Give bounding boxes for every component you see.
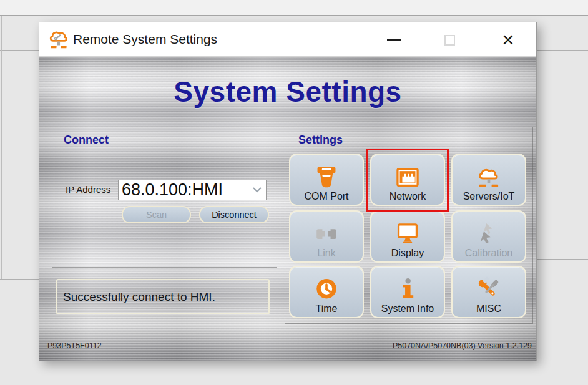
background-grid-line [0, 308, 39, 308]
misc-icon [476, 276, 502, 303]
tile-label: Display [391, 248, 424, 259]
background-top-strip [0, 0, 588, 16]
ip-address-label: IP Address [66, 184, 110, 195]
connection-status-box: Successfully connect to HMI. [56, 279, 270, 314]
dialog-body: System Settings Connect IP Address 68.0.… [39, 57, 536, 361]
tile-label: MISC [476, 303, 501, 314]
ip-address-value: 68.0.100:HMI [119, 180, 253, 200]
remote-system-settings-window: Remote System Settings ✕ System Settings… [39, 22, 537, 361]
screen: Remote System Settings ✕ System Settings… [0, 0, 588, 385]
tile-label: COM Port [304, 191, 348, 202]
tile-label: System Info [381, 303, 434, 314]
display-icon [394, 221, 421, 247]
status-bar: P93P5T5F0112 P5070NA/P5070NB(03) Version… [47, 341, 532, 350]
time-icon [313, 276, 340, 303]
scan-button: Scan [122, 206, 191, 223]
title-bar: Remote System Settings ✕ [39, 22, 536, 57]
tile-label: Link [317, 248, 335, 259]
tile-network[interactable]: Network [370, 154, 445, 206]
device-id: P93P5T5F0112 [47, 341, 102, 350]
tile-label: Calibration [465, 248, 512, 259]
tile-misc[interactable]: MISC [451, 266, 526, 318]
background-grid-line-vertical [1, 16, 2, 279]
minimize-button[interactable] [382, 28, 406, 52]
app-cloud-wrench-icon [47, 27, 71, 51]
minimize-icon [387, 39, 401, 41]
servers-iot-icon [476, 164, 502, 190]
close-button[interactable]: ✕ [496, 28, 520, 52]
connect-section-label: Connect [64, 134, 109, 147]
chevron-down-icon [253, 187, 262, 193]
connection-status-message: Successfully connect to HMI. [63, 290, 215, 304]
ip-address-combobox[interactable]: 68.0.100:HMI [118, 180, 267, 200]
tile-label: Servers/IoT [463, 191, 515, 202]
tile-link: Link [289, 210, 364, 263]
background-grid-line [537, 280, 588, 280]
system-info-icon [394, 276, 421, 303]
version-info: P5070NA/P5070NB(03) Version 1.2.129 [393, 341, 532, 350]
tile-calibration: Calibration [451, 210, 526, 263]
tile-system-info[interactable]: System Info [370, 266, 445, 318]
close-icon: ✕ [502, 31, 515, 49]
maximize-icon [444, 35, 455, 46]
link-icon [313, 221, 340, 247]
window-title: Remote System Settings [73, 32, 217, 47]
settings-section-label: Settings [298, 134, 343, 147]
disconnect-button[interactable]: Disconnect [199, 206, 269, 223]
tile-label: Network [390, 191, 426, 202]
page-title: System Settings [39, 75, 536, 109]
background-grid-line [0, 279, 39, 280]
tile-com-port[interactable]: COM Port [289, 154, 364, 206]
background-grid-line [537, 259, 588, 260]
tile-label: Time [316, 303, 338, 314]
com-port-icon [313, 164, 340, 190]
tile-display[interactable]: Display [370, 210, 445, 263]
tile-time[interactable]: Time [289, 266, 364, 318]
network-icon [394, 164, 421, 190]
tile-servers-iot[interactable]: Servers/IoT [451, 154, 526, 206]
calibration-icon [476, 221, 502, 247]
maximize-button [438, 28, 461, 52]
